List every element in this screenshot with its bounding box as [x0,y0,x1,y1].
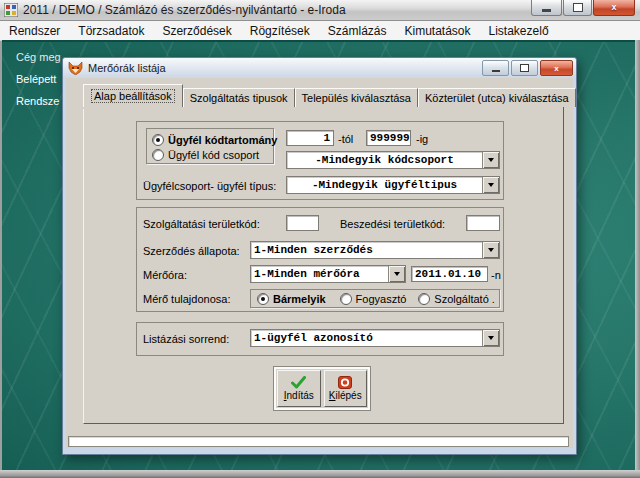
exit-button[interactable]: Kilépés [324,370,368,407]
dialog-status-bar [68,436,569,447]
menu-rogzitesek[interactable]: Rögzítések [241,23,319,39]
stop-icon [338,376,352,389]
menubar: Rendszer Törzsadatok Szerződések Rögzíté… [0,21,640,41]
maximize-icon [573,3,583,12]
chevron-down-icon [488,158,494,162]
dialog-maximize-icon [520,64,529,72]
tab-page-basic-settings: Ügyfél kódtartomány Ügyfél kód csoport 1… [83,106,564,424]
start-button[interactable]: Indítás [277,370,321,407]
customer-range-group: Ügyfél kódtartomány Ügyfél kód csoport 1… [136,121,504,200]
menu-listakezelo[interactable]: Listakezelő [480,23,558,39]
dialog-close-button[interactable]: x [540,60,573,76]
radio-selected-icon [257,293,269,305]
to-suffix-label: -ig [416,133,428,145]
action-button-panel: Indítás Kilépés [274,367,370,410]
exit-button-label: Kilépés [329,390,362,401]
radio-fogyaszto[interactable]: Fogyasztó [340,291,407,306]
dialog-minimize-icon [492,70,500,72]
menu-torzsadatok[interactable]: Törzsadatok [69,23,153,39]
chevron-down-icon [488,183,494,187]
window-title: 2011 / DEMO / Számlázó és szerződés-nyil… [23,3,346,17]
maximize-button[interactable] [563,0,592,16]
owner-radio-panel: Bármelyik Fogyasztó Szolgáltató . [250,289,500,308]
meter-label: Mérőóra: [143,269,187,281]
menu-szamlazas[interactable]: Számlázás [319,23,396,39]
codegroup-dropdown[interactable]: -Mindegyik kódcsoport [286,151,500,169]
dropdown-button[interactable] [388,266,405,282]
close-button[interactable]: x [593,0,635,16]
app-icon [4,3,18,17]
dialog-minimize-button[interactable] [482,60,509,76]
dialog-client: Alap beállítások Szolgáltatás tipusok Te… [66,78,573,448]
window-frame-right [635,40,640,470]
bg-label-rendszer: Rendsze [16,95,59,107]
menu-kimutatasok[interactable]: Kimutatások [395,23,479,39]
customer-mode-box: Ügyfél kódtartomány Ügyfél kód csoport [146,128,274,164]
fox-icon [68,62,83,75]
dialog-close-icon: x [554,64,558,73]
radio-barmelyik[interactable]: Bármelyik [257,291,326,306]
window-frame-bottom [0,470,640,478]
from-suffix-label: -tól [338,133,353,145]
tab-strip: Alap beállítások Szolgáltatás tipusok Te… [83,85,576,107]
minimize-icon [542,9,551,12]
meter-date-input[interactable]: 2011.01.10 [411,266,488,282]
start-button-label: Indítás [284,390,314,401]
filter-group: Szolgáltatási területkód: Beszedési terü… [136,207,504,312]
tab-kozterulet-kivalasztasa[interactable]: Közterület (utca) kiválasztása [418,88,576,107]
customer-code-from-input[interactable]: 1 [286,130,334,146]
owner-label: Mérő tulajdonosa: [143,293,230,305]
tab-telepules-kivalasztasa[interactable]: Település kiválasztása [295,88,418,107]
bg-label-belepett: Belépett [16,73,56,85]
radio-ugyfel-kodtartomany[interactable]: Ügyfél kódtartomány [152,132,273,147]
radio-unselected-icon [418,293,430,305]
tab-szolgaltatas-tipusok[interactable]: Szolgáltatás tipusok [183,88,295,107]
customer-type-dropdown[interactable]: -Mindegyik ügyféltipus [286,176,500,194]
meter-list-dialog: Merőórák listája x Alap beállítások Szol… [62,57,577,455]
dropdown-button[interactable] [482,152,499,168]
collection-area-label: Beszedési területkód: [340,218,445,230]
dialog-titlebar[interactable]: Merőórák listája x [63,58,576,78]
dialog-maximize-button[interactable] [511,60,538,76]
service-area-input[interactable] [286,215,319,231]
main-titlebar: 2011 / DEMO / Számlázó és szerződés-nyil… [0,0,640,21]
dropdown-button[interactable] [482,177,499,193]
contract-state-label: Szerződés állapota: [143,245,240,257]
minimize-button[interactable] [531,0,562,16]
dropdown-button[interactable] [482,242,499,258]
radio-szolgaltato[interactable]: Szolgáltató . [418,291,495,306]
radio-selected-icon [152,134,164,146]
radio-ugyfel-kod-csoport[interactable]: Ügyfél kód csoport [152,147,273,162]
menu-szerzodesek[interactable]: Szerződések [153,23,240,39]
service-area-label: Szolgáltatási területkód: [143,218,260,230]
sort-group: Listázási sorrend: 1-ügyfél azonosító [136,322,504,356]
radio-unselected-icon [152,149,164,161]
chevron-down-icon [488,248,494,252]
bg-label-ceg: Cég meg [16,51,61,63]
check-icon [291,376,306,389]
customer-code-to-input[interactable]: 999999 [366,130,411,146]
sort-dropdown[interactable]: 1-ügyfél azonosító [250,329,500,347]
chevron-down-icon [394,272,400,276]
menu-rendszer[interactable]: Rendszer [0,23,69,39]
chevron-down-icon [488,336,494,340]
dialog-title: Merőórák listája [88,62,166,74]
close-icon: x [611,3,616,12]
meter-dropdown[interactable]: 1-Minden mérőóra [250,265,406,283]
radio-unselected-icon [340,293,352,305]
dropdown-button[interactable] [482,330,499,346]
date-suffix-label: -n [491,269,501,281]
customer-type-label: Ügyfélcsoport- ügyfél típus: [143,180,276,192]
collection-area-input[interactable] [466,215,500,231]
sort-label: Listázási sorrend: [143,333,229,345]
tab-alap-beallitasok[interactable]: Alap beállítások [83,84,183,107]
contract-state-dropdown[interactable]: 1-Minden szerződés [250,241,500,259]
